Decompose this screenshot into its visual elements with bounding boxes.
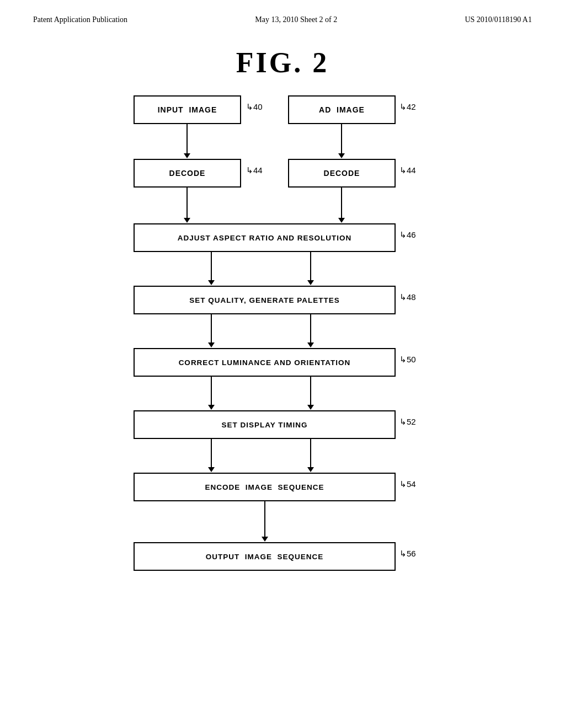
header-center: May 13, 2010 Sheet 2 of 2 bbox=[255, 15, 337, 24]
arrow-encode-output bbox=[264, 501, 265, 537]
ref-50: ↳50 bbox=[399, 355, 416, 365]
ref-56: ↳56 bbox=[399, 549, 416, 559]
header-left: Patent Application Publication bbox=[33, 15, 127, 24]
arrow-display-encode-left bbox=[211, 439, 212, 468]
ref-44-left: ↳44 bbox=[246, 165, 263, 175]
arrow-lum-display-left bbox=[211, 377, 212, 405]
ref-42: ↳42 bbox=[399, 102, 416, 112]
header-right: US 2010/0118190 A1 bbox=[465, 15, 532, 24]
output-image-box: OUTPUT IMAGE SEQUENCE bbox=[134, 542, 396, 571]
ref-40: ↳40 bbox=[246, 102, 263, 112]
page-header: Patent Application Publication May 13, 2… bbox=[0, 0, 565, 24]
set-quality-box: SET QUALITY, GENERATE PALETTES bbox=[134, 286, 396, 314]
decode-right-box: DECODE bbox=[288, 159, 396, 188]
figure-title: FIG. 2 bbox=[0, 46, 565, 79]
ref-46: ↳46 bbox=[399, 230, 416, 240]
arrow-input-decode bbox=[186, 124, 188, 154]
arrow-quality-lum-left bbox=[211, 314, 212, 343]
ad-image-box: AD IMAGE bbox=[288, 95, 396, 124]
arrow-decode-left-adjust bbox=[186, 188, 188, 218]
decode-left-box: DECODE bbox=[134, 159, 241, 188]
input-image-box: INPUT IMAGE bbox=[134, 95, 241, 124]
ref-52: ↳52 bbox=[399, 417, 416, 427]
adjust-box: ADJUST ASPECT RATIO AND RESOLUTION bbox=[134, 223, 396, 252]
ref-44-right: ↳44 bbox=[399, 165, 416, 175]
arrow-adjust-quality-left bbox=[211, 252, 212, 281]
set-display-box: SET DISPLAY TIMING bbox=[134, 410, 396, 439]
flowchart-diagram: INPUT IMAGE ↳40 AD IMAGE ↳42 DECODE ↳44 … bbox=[89, 95, 476, 702]
arrow-ad-decode bbox=[341, 124, 342, 154]
encode-image-box: ENCODE IMAGE SEQUENCE bbox=[134, 473, 396, 501]
ref-48: ↳48 bbox=[399, 292, 416, 302]
arrow-decode-right-adjust bbox=[341, 188, 342, 218]
arrow-quality-lum-right bbox=[310, 314, 311, 343]
correct-lum-box: CORRECT LUMINANCE AND ORIENTATION bbox=[134, 348, 396, 377]
arrow-lum-display-right bbox=[310, 377, 311, 405]
arrow-display-encode-right bbox=[310, 439, 311, 468]
ref-54: ↳54 bbox=[399, 479, 416, 489]
arrow-adjust-quality-right bbox=[310, 252, 311, 281]
